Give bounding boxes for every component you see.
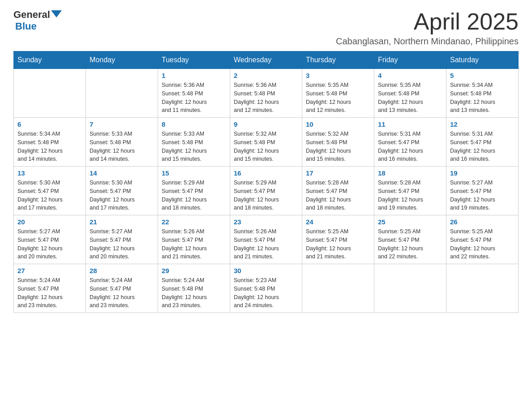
- day-number: 28: [90, 267, 154, 274]
- day-number: 26: [450, 218, 515, 226]
- calendar-cell: 28Sunrise: 5:24 AMSunset: 5:47 PMDayligh…: [86, 264, 158, 313]
- day-info: Sunrise: 5:28 AMSunset: 5:47 PMDaylight:…: [306, 179, 370, 212]
- day-info: Sunrise: 5:28 AMSunset: 5:47 PMDaylight:…: [378, 179, 442, 212]
- calendar-week-row: 13Sunrise: 5:30 AMSunset: 5:47 PMDayligh…: [14, 167, 519, 215]
- title-area: April 2025 Cabanglasan, Northern Mindana…: [336, 9, 519, 47]
- day-info: Sunrise: 5:32 AMSunset: 5:48 PMDaylight:…: [234, 130, 298, 163]
- logo: General Blue: [13, 9, 62, 32]
- day-info: Sunrise: 5:30 AMSunset: 5:47 PMDaylight:…: [90, 179, 154, 212]
- day-info: Sunrise: 5:36 AMSunset: 5:48 PMDaylight:…: [162, 81, 226, 115]
- calendar-cell: 2Sunrise: 5:36 AMSunset: 5:48 PMDaylight…: [230, 69, 302, 118]
- month-year-title: April 2025: [336, 9, 519, 34]
- calendar-week-row: 20Sunrise: 5:27 AMSunset: 5:47 PMDayligh…: [14, 215, 519, 264]
- weekday-header-row: SundayMondayTuesdayWednesdayThursdayFrid…: [14, 51, 519, 69]
- day-info: Sunrise: 5:36 AMSunset: 5:48 PMDaylight:…: [234, 81, 298, 115]
- logo-triangle-icon: [51, 10, 62, 17]
- day-number: 6: [17, 120, 82, 128]
- weekday-header-thursday: Thursday: [302, 51, 374, 69]
- day-info: Sunrise: 5:27 AMSunset: 5:47 PMDaylight:…: [90, 227, 154, 261]
- day-info: Sunrise: 5:27 AMSunset: 5:47 PMDaylight:…: [450, 179, 515, 212]
- calendar-cell: 26Sunrise: 5:25 AMSunset: 5:47 PMDayligh…: [446, 215, 519, 264]
- day-number: 14: [90, 169, 154, 177]
- day-number: 10: [306, 120, 370, 128]
- day-number: 27: [17, 267, 82, 274]
- day-info: Sunrise: 5:25 AMSunset: 5:47 PMDaylight:…: [378, 227, 442, 261]
- day-number: 12: [450, 120, 515, 128]
- calendar-cell: 14Sunrise: 5:30 AMSunset: 5:47 PMDayligh…: [86, 167, 158, 215]
- calendar-table: SundayMondayTuesdayWednesdayThursdayFrid…: [13, 51, 519, 313]
- calendar-cell: [86, 69, 158, 118]
- day-info: Sunrise: 5:30 AMSunset: 5:47 PMDaylight:…: [17, 179, 82, 212]
- day-number: 20: [17, 218, 82, 226]
- calendar-cell: [374, 264, 446, 313]
- calendar-cell: 23Sunrise: 5:26 AMSunset: 5:47 PMDayligh…: [230, 215, 302, 264]
- logo-blue-text: Blue: [15, 21, 37, 32]
- calendar-cell: [302, 264, 374, 313]
- day-info: Sunrise: 5:32 AMSunset: 5:48 PMDaylight:…: [306, 130, 370, 163]
- day-number: 29: [162, 267, 226, 274]
- calendar-cell: 25Sunrise: 5:25 AMSunset: 5:47 PMDayligh…: [374, 215, 446, 264]
- calendar-week-row: 27Sunrise: 5:24 AMSunset: 5:47 PMDayligh…: [14, 264, 519, 313]
- day-number: 24: [306, 218, 370, 226]
- day-number: 2: [234, 72, 298, 79]
- day-info: Sunrise: 5:24 AMSunset: 5:48 PMDaylight:…: [162, 276, 226, 310]
- calendar-cell: 29Sunrise: 5:24 AMSunset: 5:48 PMDayligh…: [158, 264, 230, 313]
- day-number: 8: [162, 120, 226, 128]
- calendar-cell: 16Sunrise: 5:29 AMSunset: 5:47 PMDayligh…: [230, 167, 302, 215]
- weekday-header-tuesday: Tuesday: [158, 51, 230, 69]
- calendar-cell: 21Sunrise: 5:27 AMSunset: 5:47 PMDayligh…: [86, 215, 158, 264]
- day-info: Sunrise: 5:23 AMSunset: 5:48 PMDaylight:…: [234, 276, 298, 310]
- calendar-cell: [446, 264, 519, 313]
- day-number: 21: [90, 218, 154, 226]
- calendar-cell: 15Sunrise: 5:29 AMSunset: 5:47 PMDayligh…: [158, 167, 230, 215]
- day-info: Sunrise: 5:34 AMSunset: 5:48 PMDaylight:…: [450, 81, 515, 115]
- calendar-cell: 20Sunrise: 5:27 AMSunset: 5:47 PMDayligh…: [14, 215, 86, 264]
- calendar-cell: 11Sunrise: 5:31 AMSunset: 5:47 PMDayligh…: [374, 118, 446, 167]
- day-number: 18: [378, 169, 442, 177]
- day-number: 3: [306, 72, 370, 79]
- day-info: Sunrise: 5:33 AMSunset: 5:48 PMDaylight:…: [90, 130, 154, 163]
- calendar-cell: 18Sunrise: 5:28 AMSunset: 5:47 PMDayligh…: [374, 167, 446, 215]
- calendar-cell: 24Sunrise: 5:25 AMSunset: 5:47 PMDayligh…: [302, 215, 374, 264]
- calendar-cell: 19Sunrise: 5:27 AMSunset: 5:47 PMDayligh…: [446, 167, 519, 215]
- day-info: Sunrise: 5:24 AMSunset: 5:47 PMDaylight:…: [17, 276, 82, 310]
- day-number: 5: [450, 72, 515, 79]
- day-number: 13: [17, 169, 82, 177]
- calendar-cell: 13Sunrise: 5:30 AMSunset: 5:47 PMDayligh…: [14, 167, 86, 215]
- weekday-header-saturday: Saturday: [446, 51, 519, 69]
- calendar-cell: 10Sunrise: 5:32 AMSunset: 5:48 PMDayligh…: [302, 118, 374, 167]
- day-info: Sunrise: 5:25 AMSunset: 5:47 PMDaylight:…: [450, 227, 515, 261]
- calendar-week-row: 6Sunrise: 5:34 AMSunset: 5:48 PMDaylight…: [14, 118, 519, 167]
- calendar-week-row: 1Sunrise: 5:36 AMSunset: 5:48 PMDaylight…: [14, 69, 519, 118]
- calendar-cell: 1Sunrise: 5:36 AMSunset: 5:48 PMDaylight…: [158, 69, 230, 118]
- day-info: Sunrise: 5:27 AMSunset: 5:47 PMDaylight:…: [17, 227, 82, 261]
- day-number: 9: [234, 120, 298, 128]
- day-info: Sunrise: 5:35 AMSunset: 5:48 PMDaylight:…: [306, 81, 370, 115]
- calendar-cell: 9Sunrise: 5:32 AMSunset: 5:48 PMDaylight…: [230, 118, 302, 167]
- location-subtitle: Cabanglasan, Northern Mindanao, Philippi…: [336, 36, 519, 47]
- weekday-header-sunday: Sunday: [14, 51, 86, 69]
- calendar-cell: 17Sunrise: 5:28 AMSunset: 5:47 PMDayligh…: [302, 167, 374, 215]
- day-info: Sunrise: 5:25 AMSunset: 5:47 PMDaylight:…: [306, 227, 370, 261]
- calendar-cell: 12Sunrise: 5:31 AMSunset: 5:47 PMDayligh…: [446, 118, 519, 167]
- day-info: Sunrise: 5:35 AMSunset: 5:48 PMDaylight:…: [378, 81, 442, 115]
- logo-wordmark: General: [13, 9, 62, 21]
- page-header: General Blue April 2025 Cabanglasan, Nor…: [13, 9, 519, 47]
- day-number: 17: [306, 169, 370, 177]
- day-number: 30: [234, 267, 298, 274]
- calendar-cell: 7Sunrise: 5:33 AMSunset: 5:48 PMDaylight…: [86, 118, 158, 167]
- day-info: Sunrise: 5:26 AMSunset: 5:47 PMDaylight:…: [162, 227, 226, 261]
- calendar-cell: 30Sunrise: 5:23 AMSunset: 5:48 PMDayligh…: [230, 264, 302, 313]
- calendar-cell: [14, 69, 86, 118]
- calendar-cell: 4Sunrise: 5:35 AMSunset: 5:48 PMDaylight…: [374, 69, 446, 118]
- day-number: 7: [90, 120, 154, 128]
- day-number: 25: [378, 218, 442, 226]
- calendar-cell: 6Sunrise: 5:34 AMSunset: 5:48 PMDaylight…: [14, 118, 86, 167]
- day-number: 11: [378, 120, 442, 128]
- day-info: Sunrise: 5:34 AMSunset: 5:48 PMDaylight:…: [17, 130, 82, 163]
- day-info: Sunrise: 5:29 AMSunset: 5:47 PMDaylight:…: [162, 179, 226, 212]
- calendar-cell: 5Sunrise: 5:34 AMSunset: 5:48 PMDaylight…: [446, 69, 519, 118]
- day-info: Sunrise: 5:31 AMSunset: 5:47 PMDaylight:…: [378, 130, 442, 163]
- day-number: 23: [234, 218, 298, 226]
- day-number: 15: [162, 169, 226, 177]
